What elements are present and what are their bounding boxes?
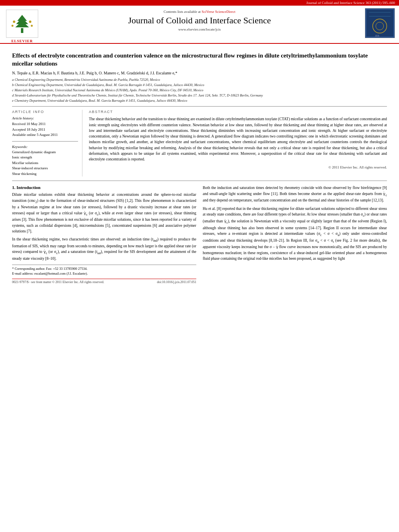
- body-para-right-2: Hu et al. [8] reported that in the shear…: [203, 206, 387, 261]
- section1-heading: 1. Introduction: [12, 185, 196, 190]
- keyword-1: Generalized dynamic diagram: [12, 150, 78, 155]
- received-date: Received 10 May 2011: [12, 121, 78, 127]
- footer-license: 0021-9797/$ - see front matter © 2011 El…: [12, 280, 104, 284]
- journal-header: ELSEVIER Contents lists available at Sci…: [0, 6, 399, 44]
- svg-point-6: [29, 21, 31, 23]
- available-date: Available online 5 August 2011: [12, 132, 78, 138]
- contents-line: Contents lists available at SciVerse Sci…: [44, 10, 355, 14]
- svg-rect-9: [365, 8, 395, 38]
- cover-thumbnail-icon: JCIS: [365, 8, 395, 38]
- body-left-column: 1. Introduction Dilute micellar solution…: [12, 185, 196, 284]
- journal-url: www.elsevier.com/locate/jcis: [44, 27, 355, 31]
- abstract-heading: ABSTRACT: [89, 110, 387, 114]
- footnote-email: E-mail address: escalant@hotmail.com (J.…: [12, 271, 196, 276]
- footer-bar: 0021-9797/$ - see front matter © 2011 El…: [12, 279, 196, 284]
- abstract-text: The shear thickening behavior and the tr…: [89, 116, 387, 162]
- keyword-2: Ionic strength: [12, 155, 78, 160]
- body-para-1: Dilute micellar solutions exhibit shear …: [12, 192, 196, 234]
- article-info-heading: ARTICLE INFO: [12, 110, 78, 114]
- where-keyword: where: [217, 232, 226, 236]
- history-label: Article history:: [12, 116, 78, 120]
- svg-point-8: [31, 25, 33, 27]
- article-history-section: Article history: Received 10 May 2011 Ac…: [12, 116, 78, 138]
- keywords-label: Keywords:: [12, 145, 78, 149]
- article-content: Effects of electrolyte concentration and…: [0, 44, 399, 288]
- svg-point-7: [12, 25, 14, 27]
- affiliation-c: c Materials Research Institute, Universi…: [12, 88, 387, 93]
- body-para-2: In the shear thickening regime, two char…: [12, 236, 196, 261]
- affiliation-e: e Chemistry Department, Universidad de G…: [12, 99, 387, 103]
- body-columns: 1. Introduction Dilute micellar solution…: [12, 185, 387, 284]
- journal-title: Journal of Colloid and Interface Science: [44, 15, 355, 26]
- keywords-section: Keywords: Generalized dynamic diagram Io…: [12, 145, 78, 177]
- body-right-column: Both the induction and saturation times …: [203, 185, 387, 284]
- elsevier-label: ELSEVIER: [11, 39, 33, 43]
- journal-cover-image: JCIS: [365, 8, 395, 38]
- svg-rect-1: [21, 28, 23, 33]
- citation-bar: Journal of Colloid and Interface Science…: [0, 0, 399, 6]
- info-divider: [12, 141, 78, 142]
- article-info-column: ARTICLE INFO Article history: Received 1…: [12, 110, 82, 177]
- footer-doi: doi:10.1016/j.jcis.2011.07.051: [157, 280, 196, 284]
- header-top-bar: ELSEVIER Contents lists available at Sci…: [4, 8, 395, 43]
- page: Journal of Colloid and Interface Science…: [0, 0, 399, 532]
- keyword-4: Shear-induced structures: [12, 166, 78, 171]
- copyright-line: © 2011 Elsevier Inc. All rights reserved…: [89, 165, 387, 169]
- article-divider: [12, 106, 387, 107]
- affiliation-d: d Stranski-Laboratorium für Physikalisch…: [12, 93, 387, 98]
- article-title: Effects of electrolyte concentration and…: [12, 52, 387, 68]
- keyword-3: Micellar solutions: [12, 160, 78, 166]
- authors-line: N. Tepale a, E.R. Macías b, F. Bautista …: [12, 70, 387, 76]
- footnote-corresponding: * Corresponding author. Fax: +52 33 1378…: [12, 267, 196, 271]
- journal-cover-area: JCIS: [359, 8, 395, 38]
- elsevier-logo-box: [6, 10, 38, 38]
- info-abstract-columns: ARTICLE INFO Article history: Received 1…: [12, 110, 387, 177]
- body-para-right-1: Both the induction and saturation times …: [203, 185, 387, 203]
- svg-text:JCIS: JCIS: [375, 35, 379, 37]
- affiliations: a Chemical Engineering Department, Benem…: [12, 78, 387, 103]
- footnote-area: * Corresponding author. Fax: +52 33 1378…: [12, 265, 196, 276]
- affiliation-a: a Chemical Engineering Department, Benem…: [12, 78, 387, 82]
- sciverse-link[interactable]: SciVerse ScienceDirect: [202, 10, 235, 14]
- elsevier-logo-area: ELSEVIER: [4, 8, 40, 43]
- abstract-column: ABSTRACT The shear thickening behavior a…: [89, 110, 387, 177]
- journal-center: Contents lists available at SciVerse Sci…: [40, 8, 359, 33]
- elsevier-tree-icon: [10, 13, 34, 35]
- svg-point-5: [13, 21, 15, 23]
- body-divider: [12, 181, 387, 181]
- citation-text: Journal of Colloid and Interface Science…: [306, 1, 395, 5]
- accepted-date: Accepted 18 July 2011: [12, 127, 78, 133]
- keyword-5: Shear thickening: [12, 171, 78, 177]
- affiliation-b: b Chemical Engineering Department, Unive…: [12, 83, 387, 88]
